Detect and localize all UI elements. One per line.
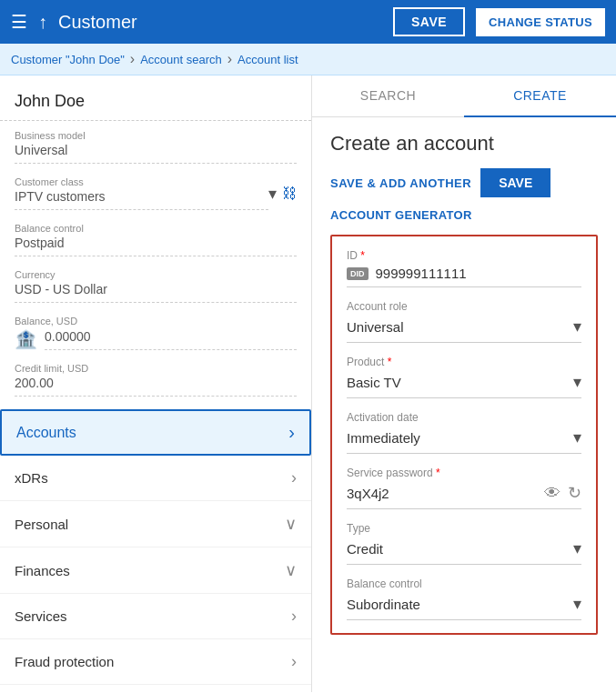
eye-slash-icon[interactable]: 👁 <box>544 484 560 503</box>
currency-value: USD - US Dollar <box>15 282 297 303</box>
balance-control-dropdown-icon[interactable]: ▾ <box>573 594 581 614</box>
breadcrumb: Customer "John Doe" › Account search › A… <box>0 44 616 75</box>
credit-limit-value: 200.00 <box>15 376 297 397</box>
type-control[interactable]: Credit ▾ <box>347 538 581 565</box>
activation-date-field: Activation date Immediately ▾ <box>347 411 581 454</box>
activation-date-control[interactable]: Immediately ▾ <box>347 427 581 454</box>
form-balance-control-value: Subordinate <box>347 597 420 612</box>
type-value: Credit <box>347 541 383 557</box>
nav-arrow-services: › <box>291 607 297 626</box>
service-password-control: 3qX4j2 👁 ↻ <box>347 483 581 509</box>
business-model-label: Business model <box>15 130 297 141</box>
currency-field: Currency USD - US Dollar <box>0 260 311 306</box>
product-label: Product * <box>347 356 581 368</box>
account-role-label: Account role <box>347 300 581 313</box>
change-status-button[interactable]: CHANGE STATUS <box>476 8 605 36</box>
activation-date-label: Activation date <box>347 411 581 424</box>
account-role-control[interactable]: Universal ▾ <box>347 316 581 343</box>
customer-class-link-icon[interactable]: ⛓ <box>282 186 297 202</box>
service-password-field: Service password * 3qX4j2 👁 ↻ <box>347 467 581 509</box>
main-layout: John Doe Business model Universal Custom… <box>0 75 616 692</box>
balance-control-label: Balance control <box>15 223 297 234</box>
app-header: ☰ ↑ Customer SAVE CHANGE STATUS <box>0 0 616 44</box>
create-form: ID * DID 999999111111 Account role Unive… <box>330 235 598 635</box>
product-value: Basic TV <box>347 375 401 390</box>
customer-name: John Doe <box>0 75 311 121</box>
product-control[interactable]: Basic TV ▾ <box>347 372 581 398</box>
bank-icon: 🏦 <box>15 328 37 350</box>
nav-arrow-xdrs: › <box>291 468 297 487</box>
breadcrumb-item-account-list[interactable]: Account list <box>237 53 298 66</box>
nav-item-xdrs[interactable]: xDRs › <box>0 456 311 501</box>
tab-search[interactable]: SEARCH <box>312 75 464 116</box>
form-balance-control-field: Balance control Subordinate ▾ <box>347 578 581 620</box>
product-field: Product * Basic TV ▾ <box>347 356 581 398</box>
type-dropdown-icon[interactable]: ▾ <box>573 538 581 558</box>
menu-icon[interactable]: ☰ <box>11 11 27 33</box>
customer-class-dropdown-icon[interactable]: ▾ <box>268 184 277 204</box>
accounts-arrow-icon: › <box>288 422 295 443</box>
tab-create[interactable]: CREATE <box>464 75 616 117</box>
nav-item-fraud-protection[interactable]: Fraud protection › <box>0 639 311 685</box>
customer-class-label: Customer class <box>15 176 268 187</box>
create-title: Create an account <box>330 132 598 156</box>
breadcrumb-item-customer[interactable]: Customer "John Doe" <box>11 53 125 66</box>
nav-item-personal[interactable]: Personal ∨ <box>0 501 311 547</box>
business-model-value: Universal <box>15 143 297 164</box>
create-actions: SAVE & ADD ANOTHER SAVE <box>330 168 598 197</box>
service-password-value: 3qX4j2 <box>347 486 537 501</box>
breadcrumb-separator-2: › <box>227 51 232 67</box>
create-save-button[interactable]: SAVE <box>480 168 550 197</box>
product-dropdown-icon[interactable]: ▾ <box>573 372 581 392</box>
form-balance-control-label: Balance control <box>347 578 581 590</box>
page-title: Customer <box>58 12 382 33</box>
id-value: DID 999999111111 <box>347 266 581 287</box>
nav-arrow-finances: ∨ <box>285 560 297 580</box>
balance-field: Balance, USD 🏦 0.00000 <box>0 306 311 354</box>
save-button[interactable]: SAVE <box>393 7 465 36</box>
balance-label: Balance, USD <box>15 316 297 326</box>
account-role-field: Account role Universal ▾ <box>347 300 581 343</box>
service-password-label: Service password * <box>347 467 581 479</box>
activation-date-value: Immediately <box>347 430 420 446</box>
currency-label: Currency <box>15 269 297 280</box>
account-role-value: Universal <box>347 319 404 335</box>
save-add-another-button[interactable]: SAVE & ADD ANOTHER <box>330 176 471 190</box>
nav-item-services[interactable]: Services › <box>0 594 311 639</box>
breadcrumb-item-account-search[interactable]: Account search <box>140 53 222 66</box>
accounts-section[interactable]: Accounts › <box>0 409 311 456</box>
nav-arrow-personal: ∨ <box>285 514 297 534</box>
left-panel: John Doe Business model Universal Custom… <box>0 75 312 692</box>
activation-date-dropdown-icon[interactable]: ▾ <box>573 427 581 447</box>
account-role-dropdown-icon[interactable]: ▾ <box>573 316 581 336</box>
nav-item-finances[interactable]: Finances ∨ <box>0 547 311 594</box>
breadcrumb-separator-1: › <box>130 51 135 67</box>
business-model-field: Business model Universal <box>0 121 311 167</box>
customer-class-value[interactable]: IPTV customers <box>15 189 268 210</box>
balance-value: 0.00000 <box>45 329 297 350</box>
create-panel: Create an account SAVE & ADD ANOTHER SAV… <box>312 117 616 649</box>
credit-limit-field: Credit limit, USD 200.00 <box>0 354 311 400</box>
customer-class-field: Customer class IPTV customers ▾ ⛓ <box>0 167 311 214</box>
refresh-icon[interactable]: ↻ <box>568 483 581 503</box>
balance-control-value: Postpaid <box>15 236 297 256</box>
form-balance-control-control[interactable]: Subordinate ▾ <box>347 594 581 620</box>
balance-control-field: Balance control Postpaid <box>0 214 311 260</box>
credit-limit-label: Credit limit, USD <box>15 363 297 374</box>
type-field: Type Credit ▾ <box>347 522 581 565</box>
right-panel: SEARCH CREATE Create an account SAVE & A… <box>312 75 616 692</box>
id-field: ID * DID 999999111111 <box>347 249 581 287</box>
account-generator-link[interactable]: ACCOUNT GENERATOR <box>330 208 598 222</box>
tab-bar: SEARCH CREATE <box>312 75 616 117</box>
nav-arrow-fraud: › <box>291 652 297 671</box>
accounts-label: Accounts <box>16 425 76 441</box>
up-icon[interactable]: ↑ <box>38 12 47 33</box>
id-label: ID * <box>347 249 581 262</box>
type-label: Type <box>347 522 581 535</box>
did-icon: DID <box>347 267 369 280</box>
